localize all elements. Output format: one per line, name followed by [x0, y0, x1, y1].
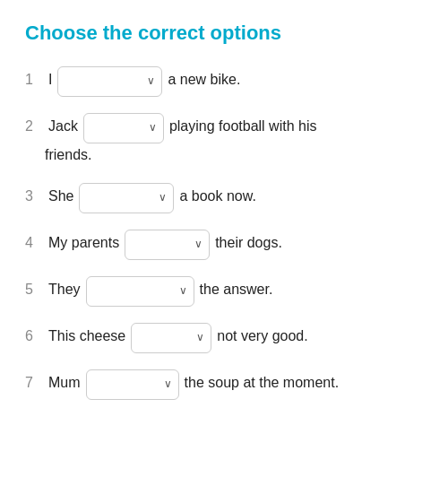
- question-text-after: a book now.: [179, 183, 255, 208]
- question-2-dropdown[interactable]: isaream: [83, 113, 164, 143]
- question-number: 2: [25, 113, 45, 138]
- question-3-dropdown[interactable]: is readingreadsread: [79, 183, 174, 213]
- question-text-after: their dogs.: [215, 230, 282, 255]
- dropdown-wrapper: lovelovesis loving∨: [125, 230, 210, 260]
- dropdown-wrapper: isaream∨: [83, 113, 164, 143]
- question-text-after: playing football with his: [169, 113, 317, 138]
- question-number: 5: [25, 276, 45, 301]
- question-row: 1Iwantwantsam wanting∨a new bike.: [25, 66, 423, 97]
- question-text-after: a new bike.: [168, 66, 240, 91]
- question-number: 7: [25, 369, 45, 395]
- question-text-after: the answer.: [200, 276, 273, 301]
- question-text-before: She: [48, 183, 73, 208]
- question-text-before: Jack: [48, 113, 78, 138]
- question-continuation: friends.: [25, 143, 423, 167]
- question-row: 3Sheis readingreadsread∨a book now.: [25, 183, 423, 213]
- question-5-dropdown[interactable]: knowknowsare knowing: [86, 276, 194, 307]
- question-text-before: They: [48, 276, 81, 301]
- question-6-dropdown[interactable]: isaream: [131, 323, 211, 353]
- dropdown-wrapper: wantwantsam wanting∨: [57, 66, 162, 97]
- question-number: 4: [25, 230, 45, 255]
- question-text-after: not very good.: [217, 323, 307, 348]
- question-row: 7Mumis makingmakesmake∨the soup at the m…: [25, 369, 423, 400]
- dropdown-wrapper: is readingreadsread∨: [79, 183, 174, 213]
- question-1-dropdown[interactable]: wantwantsam wanting: [57, 66, 162, 97]
- question-text-before: My parents: [48, 230, 119, 255]
- page-title: Choose the correct options: [25, 22, 423, 45]
- dropdown-wrapper: knowknowsare knowing∨: [86, 276, 194, 307]
- dropdown-wrapper: is makingmakesmake∨: [86, 369, 179, 400]
- question-number: 1: [25, 66, 45, 91]
- dropdown-wrapper: isaream∨: [131, 323, 211, 353]
- question-list: 1Iwantwantsam wanting∨a new bike.2Jackis…: [25, 66, 423, 400]
- question-text-after: the soup at the moment.: [185, 369, 340, 395]
- question-4-dropdown[interactable]: lovelovesis loving: [125, 230, 210, 260]
- question-text-before: This cheese: [48, 323, 125, 348]
- question-number: 3: [25, 183, 45, 208]
- question-row: 4My parentslovelovesis loving∨their dogs…: [25, 230, 423, 260]
- question-7-dropdown[interactable]: is makingmakesmake: [86, 369, 179, 400]
- question-text-before: I: [48, 66, 52, 91]
- question-row: 2Jackisaream∨playing football with hisfr…: [25, 113, 423, 167]
- question-number: 6: [25, 323, 45, 348]
- question-row: 5Theyknowknowsare knowing∨the answer.: [25, 276, 423, 307]
- question-row: 6This cheeseisaream∨not very good.: [25, 323, 423, 353]
- question-text-before: Mum: [48, 369, 81, 395]
